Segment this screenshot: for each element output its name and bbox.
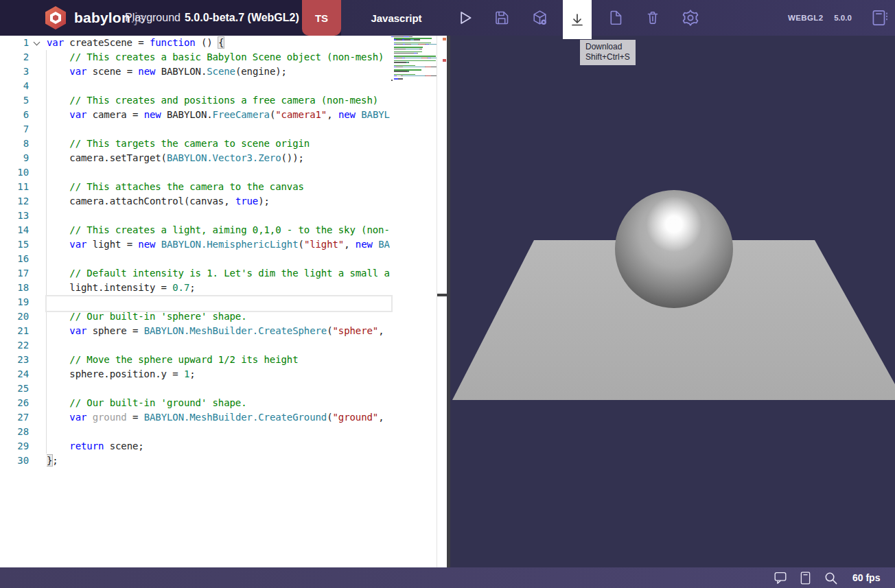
minimap-row — [391, 39, 437, 40]
code-row[interactable]: 5 // This creates and positions a free c… — [0, 93, 390, 108]
minimap-row — [391, 54, 437, 55]
minimap-row — [391, 69, 437, 70]
code-row[interactable]: 3 var scene = new BABYLON.Scene(engine); — [0, 64, 390, 79]
code-row[interactable]: 2 // This creates a basic Babylon Scene … — [0, 50, 390, 64]
code-row[interactable]: 8 // This targets the camera to scene or… — [0, 137, 390, 151]
code-row[interactable]: 27 var ground = BABYLON.MeshBuilder.Crea… — [0, 410, 390, 425]
minimap-row — [391, 71, 437, 71]
minimap-row — [391, 68, 437, 69]
splitter-handle[interactable] — [437, 294, 447, 296]
code-row[interactable]: 9 camera.setTarget(BABYLON.Vector3.Zero(… — [0, 151, 390, 165]
code-text: // This attaches the camera to the canva… — [47, 180, 390, 194]
chat-bubble-icon[interactable] — [773, 570, 788, 585]
fold-gutter — [29, 122, 47, 137]
code-row[interactable]: 13 — [0, 209, 390, 223]
code-row[interactable]: 24 sphere.position.y = 1; — [0, 367, 390, 381]
fold-gutter — [29, 266, 47, 281]
line-number: 9 — [0, 151, 29, 165]
code-text: // This targets the camera to scene orig… — [47, 137, 390, 151]
settings-button[interactable] — [676, 0, 705, 36]
code-row[interactable]: 10 — [0, 165, 390, 180]
line-number: 19 — [0, 295, 29, 309]
code-row[interactable]: 16 — [0, 252, 390, 266]
engine-version-label: 5.0.0 — [827, 0, 859, 36]
code-row[interactable]: 25 — [0, 381, 390, 396]
code-row[interactable]: 30}; — [0, 454, 390, 468]
code-row[interactable]: 29 return scene; — [0, 439, 390, 454]
code-row[interactable]: 4 — [0, 79, 390, 93]
code-row[interactable]: 1var createScene = function () { — [0, 36, 390, 50]
line-number: 5 — [0, 93, 29, 108]
line-number: 20 — [0, 309, 29, 324]
code-row[interactable]: 19 — [0, 295, 390, 309]
delete-button[interactable] — [638, 0, 667, 36]
render-canvas[interactable] — [447, 36, 895, 567]
typescript-toggle-button[interactable]: TS — [302, 0, 341, 36]
inspector-button[interactable] — [525, 0, 554, 36]
code-row[interactable]: 22 — [0, 338, 390, 353]
fold-gutter — [29, 93, 47, 108]
code-row[interactable]: 7 — [0, 122, 390, 137]
line-number: 6 — [0, 108, 29, 122]
fold-gutter — [29, 324, 47, 338]
examples-notebook-icon — [869, 8, 890, 28]
code-row[interactable]: 20 // Our built-in 'sphere' shape. — [0, 309, 390, 324]
minimap-row — [391, 74, 437, 75]
fold-gutter — [29, 281, 47, 295]
examples-button[interactable] — [865, 0, 894, 36]
line-number: 16 — [0, 252, 29, 266]
minimap-row — [391, 80, 437, 80]
code-editor[interactable]: 1var createScene = function () {2 // Thi… — [0, 36, 447, 567]
fold-gutter — [29, 252, 47, 266]
fold-gutter — [29, 194, 47, 209]
line-number: 18 — [0, 281, 29, 295]
canvas-left-edge — [447, 36, 450, 567]
code-row[interactable]: 26 // Our built-in 'ground' shape. — [0, 396, 390, 410]
code-row[interactable]: 12 camera.attachControl(canvas, true); — [0, 194, 390, 209]
fold-gutter — [29, 425, 47, 439]
code-row[interactable]: 23 // Move the sphere upward 1/2 its hei… — [0, 353, 390, 367]
code-text: sphere.position.y = 1; — [47, 367, 390, 381]
minimap-row — [391, 78, 437, 79]
minimap-row — [391, 73, 437, 73]
code-row[interactable]: 21 var sphere = BABYLON.MeshBuilder.Crea… — [0, 324, 390, 338]
code-row[interactable]: 15 var light = new BABYLON.HemisphericLi… — [0, 237, 390, 252]
code-row[interactable]: 11 // This attaches the camera to the ca… — [0, 180, 390, 194]
header-bar: babylon.js Playground 5.0.0-beta.7 (WebG… — [0, 0, 895, 36]
minimap-row — [391, 47, 437, 47]
minimap-row — [391, 44, 437, 45]
fold-gutter — [29, 165, 47, 180]
fold-gutter — [29, 180, 47, 194]
fold-chevron-icon[interactable] — [29, 36, 47, 50]
code-row[interactable]: 18 light.intensity = 0.7; — [0, 281, 390, 295]
code-row[interactable]: 6 var camera = new BABYLON.FreeCamera("c… — [0, 108, 390, 122]
line-number: 3 — [0, 64, 29, 79]
code-text: // Our built-in 'ground' shape. — [47, 396, 390, 410]
code-text: light.intensity = 0.7; — [47, 281, 390, 295]
code-row[interactable]: 14 // This creates a light, aiming 0,1,0… — [0, 223, 390, 237]
code-row[interactable]: 17 // Default intensity is 1. Let's dim … — [0, 266, 390, 281]
tooltip-title: Download — [585, 42, 630, 52]
minimap-row — [391, 51, 437, 52]
play-icon — [454, 8, 475, 28]
code-text: var sphere = BABYLON.MeshBuilder.CreateS… — [47, 324, 390, 338]
run-button[interactable] — [450, 0, 479, 36]
download-button[interactable] — [563, 0, 592, 39]
line-number: 1 — [0, 36, 29, 50]
minimap[interactable] — [391, 36, 437, 119]
code-text — [47, 252, 390, 266]
minimap-row — [391, 75, 437, 76]
code-row[interactable]: 28 — [0, 425, 390, 439]
code-text — [47, 381, 390, 396]
search-icon[interactable] — [823, 570, 839, 586]
line-number: 14 — [0, 223, 29, 237]
line-number: 21 — [0, 324, 29, 338]
save-button[interactable] — [487, 0, 516, 36]
code-text: // This creates a light, aiming 0,1,0 - … — [47, 223, 390, 237]
language-select-button[interactable]: Javascript — [347, 0, 446, 36]
notebook-icon[interactable] — [798, 571, 813, 585]
fold-gutter — [29, 367, 47, 381]
code-lines[interactable]: 1var createScene = function () {2 // Thi… — [0, 36, 390, 468]
new-button[interactable] — [601, 0, 629, 36]
line-number: 28 — [0, 425, 29, 439]
